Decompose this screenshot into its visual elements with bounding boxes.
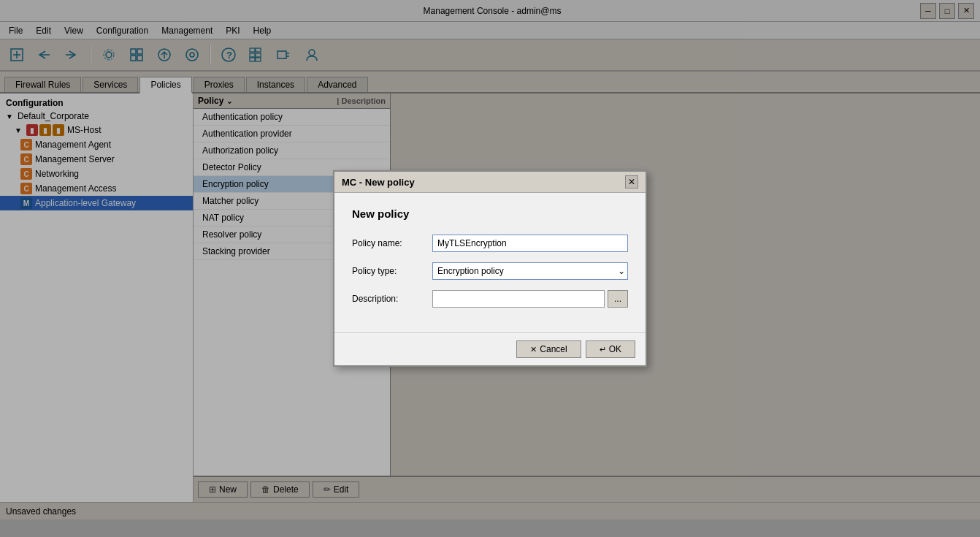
ok-label: OK [609,344,621,354]
policy-type-label: Policy type: [352,266,432,276]
description-browse-button[interactable]: ... [608,290,628,308]
modal-heading: New policy [352,207,628,220]
cancel-icon: ✕ [530,345,537,354]
modal-title-bar: MC - New policy ✕ [334,172,646,193]
modal-close-button[interactable]: ✕ [625,175,638,188]
cancel-label: Cancel [540,344,567,354]
description-wrap: ... [432,290,628,308]
new-policy-dialog: MC - New policy ✕ New policy Policy name… [333,170,647,367]
ok-button[interactable]: ↵ OK [586,340,635,358]
description-row: Description: ... [352,290,628,308]
description-input[interactable] [432,290,605,308]
policy-type-row: Policy type: Authentication policy Authe… [352,262,628,280]
modal-content: New policy Policy name: Policy type: Aut… [334,193,646,332]
modal-overlay: MC - New policy ✕ New policy Policy name… [0,0,980,537]
modal-footer: ✕ Cancel ↵ OK [334,332,646,365]
policy-type-select[interactable]: Authentication policy Authentication pro… [432,262,628,280]
cancel-button[interactable]: ✕ Cancel [516,340,581,358]
policy-name-row: Policy name: [352,235,628,252]
modal-title: MC - New policy [342,177,415,188]
policy-name-label: Policy name: [352,238,432,248]
policy-type-select-wrap: Authentication policy Authentication pro… [432,262,628,280]
description-label: Description: [352,294,432,304]
ok-icon: ↵ [600,345,606,354]
policy-name-input[interactable] [432,235,628,252]
